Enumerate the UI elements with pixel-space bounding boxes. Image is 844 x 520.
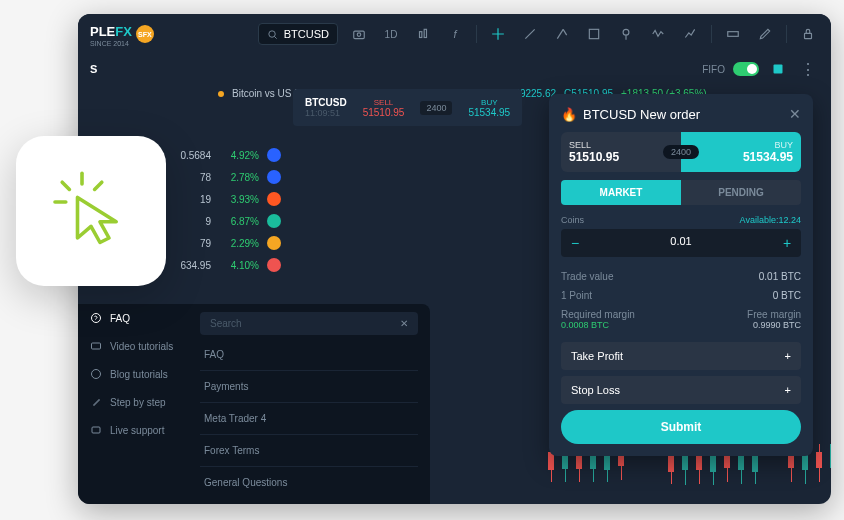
menu-icon[interactable]: ⋮ xyxy=(797,58,819,80)
svg-point-19 xyxy=(92,370,101,379)
coin-icon xyxy=(267,148,281,162)
available-balance: Available:12.24 xyxy=(740,215,801,225)
fifo-row: S FIFO ⋮ xyxy=(78,54,831,84)
buy-price: 51534.95 xyxy=(468,107,510,118)
help-panel: FAQ Video tutorials Blog tutorials Step … xyxy=(78,304,430,504)
crosshair-icon[interactable] xyxy=(487,23,509,45)
free-margin-label: Free margin xyxy=(747,309,801,320)
take-profit-row[interactable]: Take Profit+ xyxy=(561,342,801,370)
lock-icon[interactable] xyxy=(797,23,819,45)
svg-point-12 xyxy=(623,29,629,35)
increment-button[interactable]: + xyxy=(773,229,801,257)
order-type-tabs: MARKET PENDING xyxy=(561,180,801,205)
ticker-time: 11:09:51 xyxy=(305,108,347,118)
topbar: PLEFX SINCE 2014 SFX BTCUSD 1D f xyxy=(78,14,831,54)
svg-rect-5 xyxy=(424,29,426,37)
watchlist-item[interactable]: 782.78% xyxy=(173,166,281,188)
shape-icon[interactable] xyxy=(583,23,605,45)
help-nav-step[interactable]: Step by step xyxy=(78,388,188,416)
separator xyxy=(476,25,477,43)
buy-label: BUY xyxy=(468,98,510,107)
app-window: PLEFX SINCE 2014 SFX BTCUSD 1D f S FIFO xyxy=(78,14,831,504)
pattern-icon[interactable] xyxy=(647,23,669,45)
fx-icon[interactable]: f xyxy=(444,23,466,45)
order-panel: 🔥 BTCUSD New order ✕ SELL 51510.95 BUY 5… xyxy=(549,94,813,456)
coins-label: Coins xyxy=(561,215,584,225)
sell-label: SELL xyxy=(363,98,405,107)
svg-rect-15 xyxy=(805,33,812,38)
help-topic[interactable]: Forex Terms xyxy=(200,435,418,467)
tab-pending[interactable]: PENDING xyxy=(681,180,801,205)
help-topic[interactable]: Payments xyxy=(200,371,418,403)
submit-button[interactable]: Submit xyxy=(561,410,801,444)
fifo-label: FIFO xyxy=(702,64,725,75)
logo-since: SINCE 2014 xyxy=(90,40,132,47)
svg-point-3 xyxy=(357,33,361,37)
layout-icon[interactable] xyxy=(767,58,789,80)
watchlist-item[interactable]: 634.954.10% xyxy=(173,254,281,276)
pencil-icon[interactable] xyxy=(754,23,776,45)
buy-sell-toggle: SELL 51510.95 BUY 51534.95 2400 xyxy=(561,132,801,172)
cursor-illustration xyxy=(16,136,166,286)
help-topic[interactable]: General Questions xyxy=(200,467,418,498)
svg-rect-18 xyxy=(92,343,101,349)
trade-value: 0.01 BTC xyxy=(759,271,801,282)
decrement-button[interactable]: − xyxy=(561,229,589,257)
help-topic[interactable]: FAQ xyxy=(200,339,418,371)
stop-loss-row[interactable]: Stop Loss+ xyxy=(561,376,801,404)
help-nav-blog[interactable]: Blog tutorials xyxy=(78,360,188,388)
coin-icon xyxy=(267,258,281,272)
camera-icon[interactable] xyxy=(348,23,370,45)
trendline-icon[interactable] xyxy=(519,23,541,45)
amount-value[interactable]: 0.01 xyxy=(589,229,773,257)
help-nav-support[interactable]: Live support xyxy=(78,416,188,444)
plus-icon: + xyxy=(785,350,791,362)
help-nav-video[interactable]: Video tutorials xyxy=(78,332,188,360)
forecast-icon[interactable] xyxy=(679,23,701,45)
close-icon[interactable]: ✕ xyxy=(400,318,408,329)
sell-price: 51510.95 xyxy=(363,107,405,118)
ticker-card[interactable]: BTCUSD 11:09:51 SELL 51510.95 2400 BUY 5… xyxy=(293,89,522,126)
spread-badge: 2400 xyxy=(663,145,699,159)
svg-line-23 xyxy=(95,182,102,189)
plus-icon: + xyxy=(785,384,791,396)
svg-line-8 xyxy=(525,29,534,38)
pitchfork-icon[interactable] xyxy=(551,23,573,45)
search-icon xyxy=(267,29,278,40)
help-topic[interactable]: Meta Trader 4 xyxy=(200,403,418,435)
search-value: BTCUSD xyxy=(284,28,329,40)
watchlist-item[interactable]: 0.56844.92% xyxy=(173,144,281,166)
svg-point-0 xyxy=(269,30,275,36)
svg-line-1 xyxy=(274,36,276,38)
help-nav-faq[interactable]: FAQ xyxy=(78,304,188,332)
order-title: BTCUSD New order xyxy=(583,107,700,122)
cursor-icon xyxy=(46,166,136,256)
watchlist-item[interactable]: 193.93% xyxy=(173,188,281,210)
tab-market[interactable]: MARKET xyxy=(561,180,681,205)
svg-rect-16 xyxy=(774,65,783,74)
symbol-search[interactable]: BTCUSD xyxy=(258,23,338,45)
buy-button[interactable]: BUY 51534.95 xyxy=(681,132,801,172)
close-icon[interactable]: ✕ xyxy=(789,106,801,122)
svg-line-22 xyxy=(62,182,69,189)
svg-point-17 xyxy=(92,314,101,323)
logo-text: PLE xyxy=(90,24,115,39)
watchlist-header: S xyxy=(90,63,97,75)
help-search[interactable]: Search✕ xyxy=(200,312,418,335)
info-dot xyxy=(218,91,224,97)
fifo-toggle[interactable] xyxy=(733,62,759,76)
candle-icon[interactable] xyxy=(412,23,434,45)
ruler-icon[interactable] xyxy=(722,23,744,45)
separator xyxy=(711,25,712,43)
svg-rect-11 xyxy=(589,29,598,38)
ticker-symbol: BTCUSD xyxy=(305,97,347,108)
pin-icon[interactable] xyxy=(615,23,637,45)
timeframe-selector[interactable]: 1D xyxy=(380,23,402,45)
coin-icon xyxy=(267,192,281,206)
point-value: 0 BTC xyxy=(773,290,801,301)
watchlist-item[interactable]: 792.29% xyxy=(173,232,281,254)
svg-rect-2 xyxy=(354,31,365,39)
coin-icon xyxy=(267,214,281,228)
coin-icon xyxy=(267,170,281,184)
watchlist-item[interactable]: 96.87% xyxy=(173,210,281,232)
